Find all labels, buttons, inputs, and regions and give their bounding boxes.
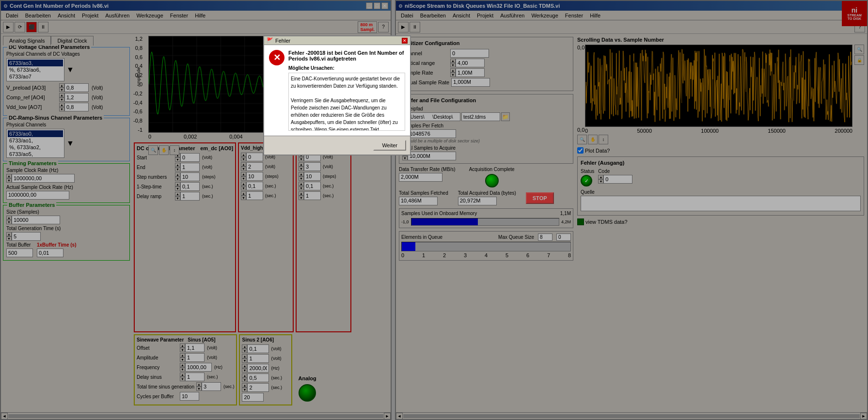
dialog-overlay bbox=[0, 0, 868, 420]
error-x-icon: ✕ bbox=[273, 52, 281, 63]
error-title: Fehler -200018 ist bei Cont Gen Int Numb… bbox=[288, 50, 405, 62]
dialog-content: ✕ Fehler -200018 ist bei Cont Gen Int Nu… bbox=[264, 45, 410, 136]
weiter-button[interactable]: Weiter bbox=[373, 140, 406, 151]
dialog-flag-icon: 🚩 bbox=[267, 37, 273, 44]
dialog-titlebar: 🚩 Fehler ✕ bbox=[264, 36, 410, 45]
error-icon: ✕ bbox=[269, 50, 284, 65]
dialog-title-content: 🚩 Fehler bbox=[267, 37, 290, 44]
dialog-section-label: Mögliche Ursachen: bbox=[288, 65, 405, 71]
dialog-scroll-area: Eine DAC-Konvertierung wurde gestartet b… bbox=[288, 73, 405, 131]
error-text-col: Fehler -200018 ist bei Cont Gen Int Numb… bbox=[288, 50, 405, 131]
dialog-title-text: Fehler bbox=[275, 38, 290, 44]
dialog-close-btn[interactable]: ✕ bbox=[402, 38, 408, 44]
error-dialog: 🚩 Fehler ✕ ✕ Fehler -200018 ist bei Cont… bbox=[263, 35, 411, 156]
dialog-buttons: Weiter bbox=[264, 136, 410, 155]
dialog-error-text: Eine DAC-Konvertierung wurde gestartet b… bbox=[291, 75, 403, 131]
